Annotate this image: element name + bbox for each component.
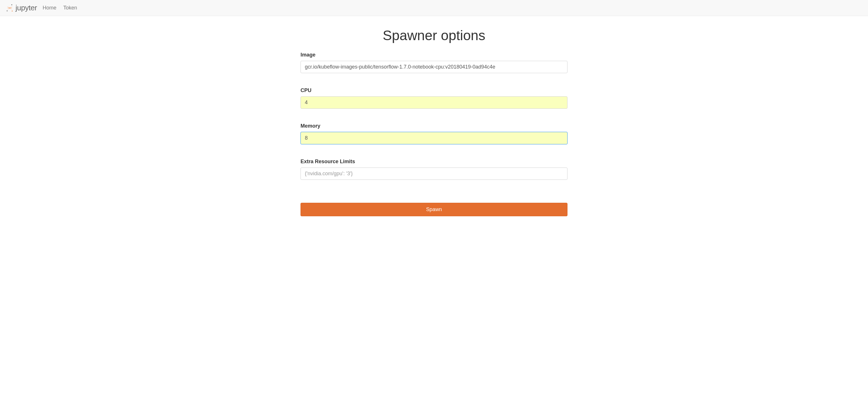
logo[interactable]: jupyter [6,3,37,12]
jupyter-icon [6,4,14,12]
memory-label: Memory [301,123,567,129]
cpu-input[interactable] [301,96,567,109]
navbar: jupyter Home Token [0,0,868,16]
spawn-button[interactable]: Spawn [301,203,567,216]
memory-input[interactable] [301,132,567,144]
form-group-memory: Memory [301,123,567,144]
svg-point-2 [12,11,12,11]
image-label: Image [301,52,567,58]
image-input[interactable] [301,61,567,73]
page-title: Spawner options [301,28,567,43]
form-group-cpu: CPU [301,88,567,109]
main-container: Spawner options Image CPU Memory Extra R… [295,16,573,228]
svg-point-1 [7,10,8,11]
extra-resource-limits-input[interactable] [301,168,567,180]
form-group-extra-resource-limits: Extra Resource Limits [301,159,567,180]
svg-point-0 [11,4,12,5]
nav-links: Home Token [43,5,77,11]
cpu-label: CPU [301,88,567,94]
nav-link-token[interactable]: Token [63,5,77,11]
extra-resource-limits-label: Extra Resource Limits [301,159,567,165]
spawner-form: Image CPU Memory Extra Resource Limits S… [301,52,567,216]
logo-text: jupyter [16,3,37,12]
form-group-image: Image [301,52,567,73]
nav-link-home[interactable]: Home [43,5,57,11]
